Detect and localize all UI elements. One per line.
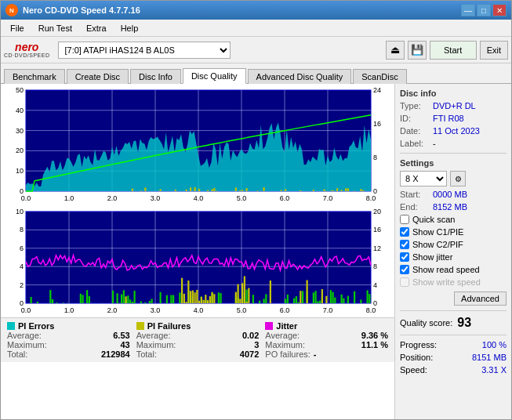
show-jitter-label[interactable]: Show jitter [412,252,452,262]
legend-pi-errors: PI Errors Average: 6.53 Maximum: 43 Tota… [4,320,133,360]
pi-errors-color [7,322,15,330]
menu-extra[interactable]: Extra [80,22,113,34]
show-c1pie-label[interactable]: Show C1/PIE [412,227,463,237]
title-bar-left: N Nero CD-DVD Speed 4.7.7.16 [5,4,140,16]
quality-score-value: 93 [457,316,471,330]
divider-1 [400,153,507,154]
disc-label-label: Label: [400,139,430,148]
show-c1pie-checkbox[interactable] [400,227,409,237]
pif-total-value: 4072 [240,349,259,359]
jitter-max-value: 11.1 % [361,340,388,349]
pi-avg-value: 6.53 [113,331,129,340]
quick-scan-checkbox[interactable] [400,215,409,224]
legend-pi-failures: PI Failures Average: 0.02 Maximum: 3 Tot… [133,320,263,360]
position-label: Position: [400,353,433,362]
quality-score-label: Quality score: [400,318,452,328]
pi-failures-color [136,322,144,330]
pi-errors-title: PI Errors [18,321,54,331]
save-button[interactable]: 💾 [408,41,427,60]
pi-failures-title: PI Failures [147,321,191,331]
tab-disc-info[interactable]: Disc Info [130,69,181,84]
disc-info-title: Disc info [400,89,507,98]
tabs: Benchmark Create Disc Disc Info Disc Qua… [1,63,511,84]
show-write-speed-checkbox[interactable] [400,277,409,287]
settings-title: Settings [400,158,507,168]
toolbar: nero CD·DVD/SPEED [7:0] ATAPI iHAS124 B … [1,37,511,63]
menu-run-test[interactable]: Run Test [32,22,78,34]
id-label: ID: [400,114,430,123]
jitter-title: Jitter [276,321,297,331]
id-value: FTI R08 [433,114,464,123]
menu-help[interactable]: Help [114,22,145,34]
show-c2pif-checkbox[interactable] [400,240,409,249]
logo: nero CD·DVD/SPEED [4,42,50,58]
date-value: 11 Oct 2023 [433,126,480,136]
chart-area: PI Errors Average: 6.53 Maximum: 43 Tota… [1,84,395,419]
pi-max-label: Maximum: [7,340,47,349]
title-bar: N Nero CD-DVD Speed 4.7.7.16 — □ ✕ [1,1,511,20]
eject-button[interactable]: ⏏ [386,41,405,60]
legend-jitter: Jitter Average: 9.36 % Maximum: 11.1 % P… [262,320,391,360]
show-c2pif-label[interactable]: Show C2/PIF [412,240,463,249]
pi-max-value: 43 [120,340,129,349]
show-write-speed-label: Show write speed [412,277,481,287]
show-jitter-checkbox[interactable] [400,252,409,262]
quick-scan-label[interactable]: Quick scan [412,215,455,224]
pif-avg-label: Average: [136,331,171,340]
window-title: Nero CD-DVD Speed 4.7.7.16 [23,5,140,15]
logo-nero: nero [15,42,38,52]
type-value: DVD+R DL [433,101,476,110]
end-mb-value: 8152 MB [433,202,467,212]
maximize-button[interactable]: □ [477,4,491,16]
app-icon: N [5,4,18,16]
jitter-avg-value: 9.36 % [361,331,388,340]
speed-value: 3.31 X [481,365,507,375]
title-bar-controls: — □ ✕ [461,4,507,16]
start-mb-value: 0000 MB [433,190,467,199]
divider-3 [400,335,507,335]
drive-select: [7:0] ATAPI iHAS124 B AL0S [58,42,383,59]
jitter-avg-label: Average: [265,331,300,340]
settings-icon-button[interactable]: ⚙ [450,171,466,186]
tab-create-disc[interactable]: Create Disc [67,69,129,84]
advanced-button[interactable]: Advanced [454,291,507,306]
tab-scan-disc[interactable]: ScanDisc [353,69,406,84]
disc-label-value: - [433,139,436,148]
progress-label: Progress: [400,340,437,349]
pif-max-value: 3 [254,340,259,349]
date-label: Date: [400,126,430,136]
jitter-max-label: Maximum: [265,340,305,349]
pi-total-value: 212984 [101,349,130,359]
main-window: N Nero CD-DVD Speed 4.7.7.16 — □ ✕ File … [0,0,512,420]
drive-dropdown[interactable]: [7:0] ATAPI iHAS124 B AL0S [58,42,231,59]
pof-value: - [314,349,317,359]
legend-area: PI Errors Average: 6.53 Maximum: 43 Tota… [1,317,394,362]
position-value: 8151 MB [472,353,507,362]
menu-bar: File Run Test Extra Help [1,20,511,37]
type-label: Type: [400,101,430,110]
pof-label: PO failures: [265,349,310,359]
exit-button[interactable]: Exit [480,41,508,60]
progress-value: 100 % [482,340,507,349]
speed-dropdown[interactable]: 8 X [400,171,447,186]
minimize-button[interactable]: — [461,4,475,16]
main-chart [1,84,394,317]
end-mb-label: End: [400,202,430,212]
pi-total-label: Total: [7,349,27,359]
divider-2 [400,310,507,311]
tab-advanced-disc-quality[interactable]: Advanced Disc Quality [248,69,352,84]
tab-benchmark[interactable]: Benchmark [4,69,65,84]
pif-total-label: Total: [136,349,157,359]
show-read-speed-label[interactable]: Show read speed [412,265,480,274]
show-read-speed-checkbox[interactable] [400,265,409,274]
logo-sub: CD·DVD/SPEED [4,52,50,58]
pif-max-label: Maximum: [136,340,176,349]
menu-file[interactable]: File [4,22,31,34]
tab-disc-quality[interactable]: Disc Quality [183,68,246,84]
pif-avg-value: 0.02 [242,331,259,340]
right-panel: Disc info Type: DVD+R DL ID: FTI R08 Dat… [395,84,511,419]
pi-avg-label: Average: [7,331,42,340]
close-button[interactable]: ✕ [492,4,507,16]
start-mb-label: Start: [400,190,430,199]
start-button[interactable]: Start [430,41,477,60]
